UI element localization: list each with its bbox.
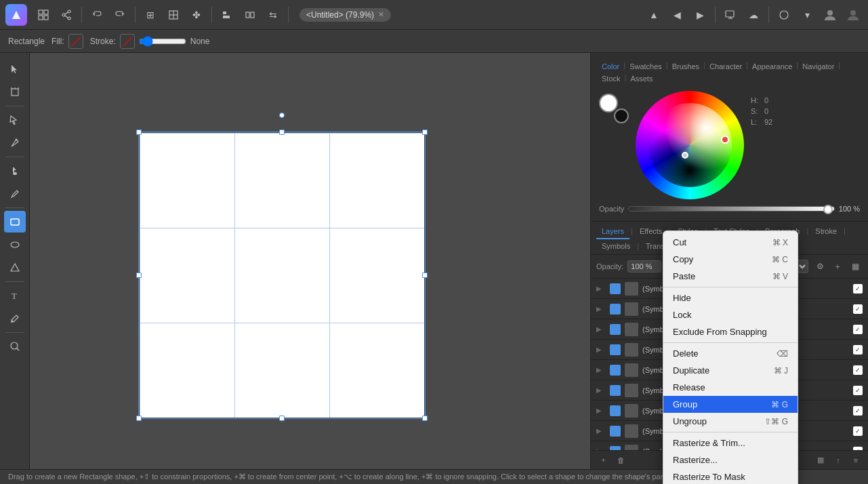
toolbar-account-icon[interactable] <box>844 5 863 24</box>
layer-vis-btn[interactable] <box>610 365 621 376</box>
toolbar-brush-icon[interactable] <box>774 5 793 24</box>
handle-tl[interactable] <box>136 129 142 135</box>
layer-group-icon[interactable]: ▦ <box>814 453 827 467</box>
tool-ellipse[interactable] <box>4 234 26 256</box>
toolbar-more-icon[interactable]: ▾ <box>798 5 817 24</box>
stroke-swatch[interactable] <box>120 34 135 49</box>
opacity-handle[interactable] <box>823 205 833 214</box>
document-title-pill[interactable]: <Untitled> (79.9%) ✕ <box>299 8 391 22</box>
layer-check[interactable]: ✓ <box>853 284 863 294</box>
tab-brushes[interactable]: Brushes <box>669 61 702 72</box>
toolbar-distribute-icon[interactable] <box>241 5 260 24</box>
toolbar-view-icon[interactable]: ⊞ <box>141 5 160 24</box>
layer-thumb <box>625 404 638 418</box>
toolbar-user-icon[interactable] <box>821 5 840 24</box>
handle-tm[interactable] <box>279 129 285 135</box>
toolbar-sep-4 <box>288 7 289 23</box>
toolbar-nodes-icon[interactable]: ✤ <box>187 5 206 24</box>
toolbar-forward-icon[interactable]: ▶ <box>690 5 709 24</box>
color-wheel[interactable] <box>636 91 744 199</box>
layers-grid-icon[interactable]: ▦ <box>848 259 863 274</box>
fill-swatch[interactable] <box>68 34 83 49</box>
opacity-bar[interactable] <box>628 206 835 211</box>
delete-layer-icon[interactable]: 🗑 <box>614 453 627 467</box>
tool-text[interactable]: T <box>4 285 26 306</box>
handle-tr[interactable] <box>422 129 428 135</box>
toolbar-export-icon[interactable]: ▲ <box>644 5 663 24</box>
layers-tab-stroke[interactable]: Stroke <box>810 224 842 239</box>
stroke-label: Stroke: <box>90 37 116 46</box>
toolbar-share-icon[interactable] <box>57 5 76 24</box>
stroke-width-slider[interactable] <box>139 34 186 49</box>
toolbar-back-icon[interactable]: ◀ <box>667 5 686 24</box>
svg-point-5 <box>62 14 65 16</box>
tool-pen[interactable] <box>4 132 26 154</box>
handle-bl[interactable] <box>136 416 142 421</box>
layers-add-icon[interactable]: ＋ <box>830 259 845 274</box>
tool-pencil[interactable] <box>4 183 26 205</box>
add-layer-icon[interactable]: ＋ <box>596 453 610 467</box>
handle-rotate[interactable] <box>279 113 285 118</box>
handle-ml[interactable] <box>136 273 142 278</box>
layer-vis-btn[interactable] <box>610 385 621 396</box>
tool-zoom[interactable] <box>4 336 26 357</box>
tool-polygon[interactable] <box>4 257 26 279</box>
toolbar-arrange-icon[interactable] <box>164 5 183 24</box>
layer-vis-btn[interactable] <box>610 405 621 416</box>
tab-assets[interactable]: Assets <box>627 73 655 84</box>
layer-vis-btn[interactable] <box>610 344 621 355</box>
layer-vis-btn[interactable] <box>610 324 621 335</box>
toolbar-undo-icon[interactable] <box>87 5 106 24</box>
tool-paint-bucket[interactable] <box>4 160 26 182</box>
layer-export-icon[interactable]: ↑ <box>831 453 845 467</box>
layer-check[interactable]: ✓ <box>853 345 863 355</box>
layers-tab-layers[interactable]: Layers <box>596 224 629 239</box>
layers-tab-symbols[interactable]: Symbols <box>596 239 636 254</box>
handle-br[interactable] <box>422 416 428 421</box>
layer-thumb <box>625 445 638 451</box>
fill-label: Fill: <box>51 37 64 46</box>
svg-rect-14 <box>246 12 249 18</box>
layer-options-icon[interactable]: ≡ <box>849 453 863 467</box>
tool-eyedropper[interactable] <box>4 308 26 329</box>
tool-select[interactable] <box>4 58 26 80</box>
toolbar-align-icon[interactable] <box>218 5 236 24</box>
tool-shape[interactable] <box>4 211 26 233</box>
left-sep-3 <box>5 207 24 208</box>
tool-direct-select[interactable] <box>4 109 26 131</box>
layer-arrow: ▶ <box>596 407 606 414</box>
layer-check[interactable]: ✓ <box>853 365 863 375</box>
svg-rect-27 <box>13 167 14 172</box>
tab-navigator[interactable]: Navigator <box>800 61 837 72</box>
color-fg-bg-swatches[interactable] <box>599 94 629 123</box>
layers-settings-icon[interactable]: ⚙ <box>812 259 827 274</box>
tool-artboard[interactable] <box>4 81 26 103</box>
tab-stock[interactable]: Stock <box>599 73 623 84</box>
opacity-section: Opacity 100 % <box>596 202 863 216</box>
toolbar-flip-icon[interactable]: ⇆ <box>264 5 283 24</box>
handle-bm[interactable] <box>279 416 285 421</box>
tab-character[interactable]: Character <box>707 61 745 72</box>
layer-vis-btn[interactable] <box>610 304 621 315</box>
layer-check[interactable]: ✓ <box>853 386 863 395</box>
layer-vis-btn[interactable] <box>610 426 621 437</box>
color-center-handle[interactable] <box>682 152 688 159</box>
toolbar-sep-5 <box>715 7 716 23</box>
canvas-area[interactable]: Cut ⌘ X Copy ⌘ C Paste ⌘ V Hide Lock Exc… <box>30 53 590 469</box>
layer-check[interactable]: ✓ <box>853 325 863 334</box>
color-wheel-handle[interactable] <box>721 136 729 144</box>
handle-mr[interactable] <box>422 273 428 278</box>
toolbar-grid-icon[interactable] <box>34 5 53 24</box>
tab-appearance[interactable]: Appearance <box>749 61 795 72</box>
layer-vis-btn[interactable] <box>610 283 621 294</box>
toolbar-preview-icon[interactable] <box>721 5 740 24</box>
layer-check[interactable]: ✓ <box>853 304 863 314</box>
close-document-icon[interactable]: ✕ <box>378 10 384 19</box>
tab-swatches[interactable]: Swatches <box>627 61 665 72</box>
layers-opacity-input[interactable] <box>627 260 661 273</box>
toolbar-redo-icon[interactable] <box>110 5 129 24</box>
toolbar-cloud-icon[interactable]: ☁ <box>744 5 763 24</box>
layer-check[interactable]: ✓ <box>853 426 863 436</box>
tab-color[interactable]: Color <box>599 61 622 72</box>
layer-check[interactable]: ✓ <box>853 406 863 416</box>
